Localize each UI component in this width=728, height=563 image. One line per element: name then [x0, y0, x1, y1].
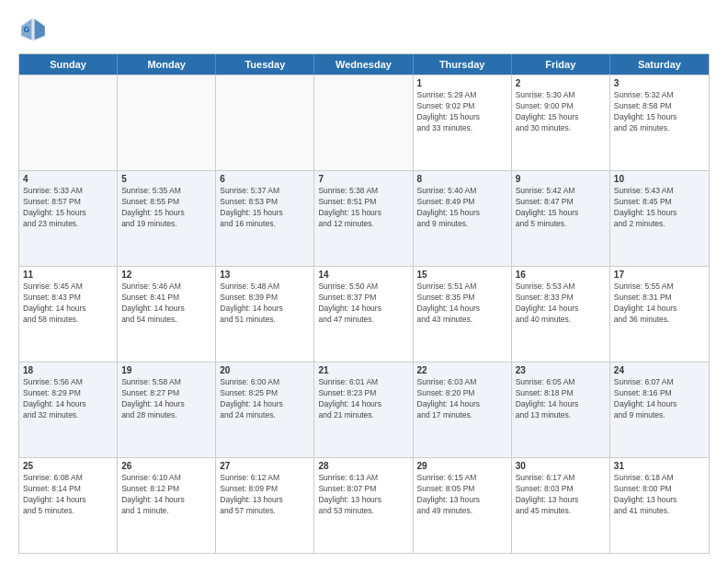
day-number: 24: [614, 365, 705, 375]
cell-line: Sunrise: 6:13 AM: [318, 473, 408, 484]
cell-line: and 40 minutes.: [516, 315, 606, 326]
cell-line: Sunrise: 6:10 AM: [121, 473, 211, 484]
calendar-row-3: 18Sunrise: 5:56 AMSunset: 8:29 PMDayligh…: [19, 362, 709, 457]
day-number: 30: [516, 461, 606, 471]
header-day-wednesday: Wednesday: [314, 54, 413, 75]
cell-line: and 33 minutes.: [417, 123, 507, 134]
cell-line: and 24 minutes.: [220, 410, 310, 421]
day-number: 19: [121, 365, 211, 375]
cell-line: and 9 minutes.: [417, 219, 507, 230]
cell-line: Sunset: 8:47 PM: [516, 197, 606, 208]
calendar-header: SundayMondayTuesdayWednesdayThursdayFrid…: [19, 54, 709, 75]
cell-line: and 21 minutes.: [318, 410, 408, 421]
cell-line: Sunrise: 5:42 AM: [516, 186, 606, 197]
calendar-cell-empty-0-1: [118, 75, 216, 170]
svg-text:G: G: [24, 25, 30, 34]
cell-line: Sunrise: 6:15 AM: [417, 473, 507, 484]
cell-line: Sunset: 8:00 PM: [614, 484, 705, 495]
calendar-cell-day-13: 13Sunrise: 5:48 AMSunset: 8:39 PMDayligh…: [216, 267, 314, 362]
cell-line: and 57 minutes.: [220, 506, 310, 517]
cell-line: Sunrise: 6:12 AM: [220, 473, 310, 484]
cell-line: Daylight: 15 hours: [220, 208, 310, 219]
cell-line: Daylight: 14 hours: [220, 399, 310, 410]
day-number: 2: [516, 78, 606, 88]
calendar-cell-day-2: 2Sunrise: 5:30 AMSunset: 9:00 PMDaylight…: [512, 75, 610, 170]
header-day-thursday: Thursday: [414, 54, 512, 75]
cell-line: Daylight: 15 hours: [516, 208, 606, 219]
cell-line: Sunrise: 5:35 AM: [121, 186, 211, 197]
header-day-tuesday: Tuesday: [216, 54, 314, 75]
calendar-cell-day-30: 30Sunrise: 6:17 AMSunset: 8:03 PMDayligh…: [512, 458, 610, 553]
calendar-cell-day-10: 10Sunrise: 5:43 AMSunset: 8:45 PMDayligh…: [610, 171, 709, 266]
day-number: 17: [614, 270, 705, 280]
calendar-cell-empty-0-3: [314, 75, 413, 170]
day-number: 27: [220, 461, 310, 471]
day-number: 20: [220, 365, 310, 375]
cell-line: Sunset: 9:00 PM: [516, 101, 606, 112]
cell-line: Daylight: 15 hours: [121, 208, 211, 219]
cell-line: Daylight: 14 hours: [121, 399, 211, 410]
cell-line: and 2 minutes.: [614, 219, 705, 230]
cell-line: Sunset: 8:51 PM: [318, 197, 408, 208]
header-day-sunday: Sunday: [19, 54, 118, 75]
cell-line: Sunset: 8:49 PM: [417, 197, 507, 208]
day-number: 5: [121, 174, 211, 184]
cell-line: Daylight: 15 hours: [417, 112, 507, 123]
cell-line: Sunset: 8:39 PM: [220, 293, 310, 304]
day-number: 4: [23, 174, 113, 184]
cell-line: Sunset: 8:35 PM: [417, 293, 507, 304]
cell-line: Daylight: 15 hours: [614, 208, 705, 219]
cell-line: and 45 minutes.: [516, 506, 606, 517]
header-day-saturday: Saturday: [610, 54, 709, 75]
calendar: SundayMondayTuesdayWednesdayThursdayFrid…: [18, 53, 710, 554]
cell-line: Daylight: 13 hours: [220, 495, 310, 506]
cell-line: Sunset: 8:03 PM: [516, 484, 606, 495]
day-number: 29: [417, 461, 507, 471]
day-number: 9: [516, 174, 606, 184]
cell-line: Daylight: 14 hours: [220, 304, 310, 315]
cell-line: Sunset: 8:07 PM: [318, 484, 408, 495]
day-number: 8: [417, 174, 507, 184]
cell-line: Sunrise: 5:45 AM: [23, 282, 113, 293]
cell-line: Sunrise: 5:38 AM: [318, 186, 408, 197]
day-number: 7: [318, 174, 408, 184]
cell-line: and 26 minutes.: [614, 123, 705, 134]
cell-line: Sunset: 8:53 PM: [220, 197, 310, 208]
cell-line: Sunrise: 5:43 AM: [614, 186, 705, 197]
calendar-cell-day-8: 8Sunrise: 5:40 AMSunset: 8:49 PMDaylight…: [414, 171, 512, 266]
cell-line: Daylight: 15 hours: [23, 208, 113, 219]
day-number: 23: [516, 365, 606, 375]
cell-line: and 54 minutes.: [121, 315, 211, 326]
day-number: 6: [220, 174, 310, 184]
calendar-cell-day-15: 15Sunrise: 5:51 AMSunset: 8:35 PMDayligh…: [414, 267, 512, 362]
cell-line: Daylight: 15 hours: [417, 208, 507, 219]
calendar-cell-day-27: 27Sunrise: 6:12 AMSunset: 8:09 PMDayligh…: [216, 458, 314, 553]
cell-line: Sunset: 8:25 PM: [220, 388, 310, 399]
cell-line: Daylight: 14 hours: [614, 399, 705, 410]
cell-line: Daylight: 14 hours: [614, 304, 705, 315]
calendar-cell-day-9: 9Sunrise: 5:42 AMSunset: 8:47 PMDaylight…: [512, 171, 610, 266]
day-number: 31: [614, 461, 705, 471]
cell-line: Sunset: 8:18 PM: [516, 388, 606, 399]
cell-line: Sunrise: 5:51 AM: [417, 282, 507, 293]
cell-line: and 23 minutes.: [23, 219, 113, 230]
cell-line: and 43 minutes.: [417, 315, 507, 326]
calendar-cell-empty-0-0: [19, 75, 118, 170]
calendar-cell-day-29: 29Sunrise: 6:15 AMSunset: 8:05 PMDayligh…: [414, 458, 512, 553]
cell-line: and 16 minutes.: [220, 219, 310, 230]
cell-line: and 51 minutes.: [220, 315, 310, 326]
cell-line: Sunrise: 6:07 AM: [614, 377, 705, 388]
cell-line: Sunset: 8:29 PM: [23, 388, 113, 399]
cell-line: Sunset: 8:45 PM: [614, 197, 705, 208]
cell-line: Sunrise: 5:53 AM: [516, 282, 606, 293]
calendar-cell-day-7: 7Sunrise: 5:38 AMSunset: 8:51 PMDaylight…: [314, 171, 413, 266]
calendar-cell-day-4: 4Sunrise: 5:33 AMSunset: 8:57 PMDaylight…: [19, 171, 118, 266]
cell-line: Daylight: 15 hours: [516, 112, 606, 123]
cell-line: Sunrise: 6:08 AM: [23, 473, 113, 484]
day-number: 25: [23, 461, 113, 471]
cell-line: Sunrise: 6:03 AM: [417, 377, 507, 388]
calendar-cell-day-31: 31Sunrise: 6:18 AMSunset: 8:00 PMDayligh…: [610, 458, 709, 553]
calendar-cell-day-18: 18Sunrise: 5:56 AMSunset: 8:29 PMDayligh…: [19, 362, 118, 457]
calendar-row-1: 4Sunrise: 5:33 AMSunset: 8:57 PMDaylight…: [19, 170, 709, 266]
cell-line: Daylight: 13 hours: [614, 495, 705, 506]
